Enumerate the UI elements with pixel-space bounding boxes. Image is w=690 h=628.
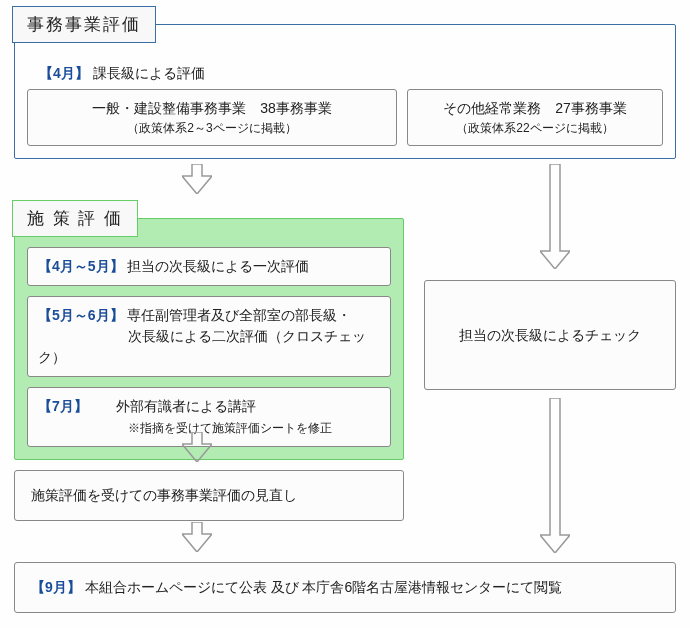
review-box: 施策評価を受けての事務事業評価の見直し bbox=[14, 470, 404, 521]
section2-step2-text1: 専任副管理者及び全部室の部長級・ bbox=[127, 307, 351, 323]
arrow-down-icon bbox=[182, 522, 212, 552]
final-tag: 【9月】 bbox=[31, 579, 81, 595]
final-box: 【9月】 本組合ホームページにて公表 及び 本庁舎6階名古屋港情報センターにて閲… bbox=[14, 562, 676, 613]
section2-box: 【4月～5月】 担当の次長級による一次評価 【5月～6月】 専任副管理者及び全部… bbox=[14, 218, 404, 460]
section2-step1: 【4月～5月】 担当の次長級による一次評価 bbox=[27, 247, 391, 286]
section2-step2-tag: 【5月～6月】 bbox=[38, 307, 124, 323]
section1-title: 事務事業評価 bbox=[12, 6, 156, 43]
section1-right-line2: （政策体系22ページに掲載） bbox=[418, 119, 652, 137]
section1-box: 【4月】 課長級による評価 一般・建設整備事務事業 38事務事業 （政策体系2～… bbox=[14, 24, 676, 159]
section1-right-line1: その他経常業務 27事務事業 bbox=[418, 98, 652, 119]
right-check-box: 担当の次長級によるチェック bbox=[424, 280, 676, 390]
section1-left-line2: （政策体系2～3ページに掲載） bbox=[38, 119, 386, 137]
section2-title: 施 策 評 価 bbox=[12, 200, 138, 237]
section1-left-box: 一般・建設整備事務事業 38事務事業 （政策体系2～3ページに掲載） bbox=[27, 89, 397, 146]
final-text: 本組合ホームページにて公表 及び 本庁舎6階名古屋港情報センターにて閲覧 bbox=[85, 579, 563, 595]
section2-step1-text: 担当の次長級による一次評価 bbox=[127, 258, 309, 274]
right-check-text: 担当の次長級によるチェック bbox=[459, 325, 641, 346]
arrow-down-icon bbox=[182, 432, 212, 462]
section1-left-line1: 一般・建設整備事務事業 38事務事業 bbox=[38, 98, 386, 119]
arrow-down-icon bbox=[540, 164, 570, 269]
section2-step3-tag: 【7月】 bbox=[38, 398, 88, 414]
section2-step2: 【5月～6月】 専任副管理者及び全部室の部長級・ 次長級による二次評価（クロスチ… bbox=[27, 296, 391, 377]
section1-header-text: 課長級による評価 bbox=[93, 65, 205, 81]
section2-step2-text2: 次長級による二次評価（クロスチェック） bbox=[38, 328, 366, 365]
section1-right-box: その他経常業務 27事務事業 （政策体系22ページに掲載） bbox=[407, 89, 663, 146]
review-text: 施策評価を受けての事務事業評価の見直し bbox=[31, 487, 297, 503]
section2-step3-text: 外部有識者による講評 bbox=[116, 398, 256, 414]
section1-header-tag: 【4月】 bbox=[39, 65, 89, 81]
section2-step3-note: ※指摘を受けて施策評価シートを修正 bbox=[128, 421, 332, 435]
arrow-down-icon bbox=[182, 164, 212, 194]
section1-header: 【4月】 課長級による評価 bbox=[39, 65, 663, 83]
arrow-down-icon bbox=[540, 398, 570, 553]
section2-step1-tag: 【4月～5月】 bbox=[38, 258, 124, 274]
